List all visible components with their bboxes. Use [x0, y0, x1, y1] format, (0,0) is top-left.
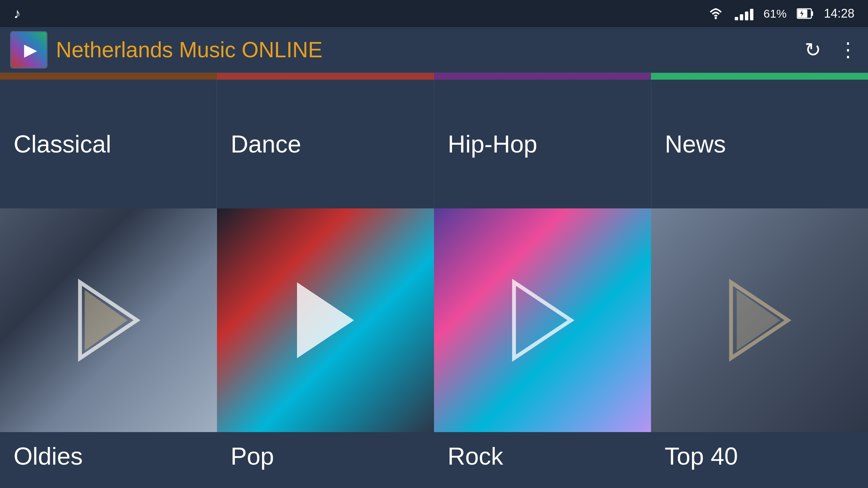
genre-tab-top40[interactable]: Top 40 — [651, 442, 868, 470]
svg-point-0 — [715, 17, 717, 19]
genre-tab-dance[interactable]: Dance — [217, 80, 434, 208]
app-logo-play-icon: ▶ — [24, 40, 37, 60]
genre-tab-oldies[interactable]: Oldies — [0, 442, 217, 470]
svg-rect-3 — [811, 11, 813, 16]
genre-tab-hiphop[interactable]: Hip-Hop — [434, 80, 651, 208]
status-right: 61% 14:28 — [707, 6, 854, 21]
genre-tab-rock[interactable]: Rock — [434, 442, 651, 470]
header-icons: ↻ ⋮ — [805, 38, 858, 61]
album-card-3[interactable] — [434, 208, 651, 432]
music-note-icon: ♪ — [14, 5, 21, 22]
status-bar: ♪ 61% 14:28 — [0, 0, 868, 27]
app-header: ▶ Netherlands Music ONLINE ↻ ⋮ — [0, 27, 868, 73]
genre-tab-news[interactable]: News — [651, 80, 868, 208]
svg-marker-6 — [297, 282, 354, 358]
battery-icon — [797, 7, 814, 20]
play-button-3[interactable] — [495, 273, 590, 368]
app-title: Netherlands Music ONLINE — [56, 37, 805, 62]
time-display: 14:28 — [824, 6, 854, 21]
svg-marker-7 — [514, 282, 571, 358]
wifi-icon — [707, 7, 725, 20]
genre-tabs-bottom: Oldies Pop Rock Top 40 — [0, 432, 868, 488]
play-button-1[interactable] — [61, 273, 156, 368]
album-card-4[interactable] — [651, 208, 868, 432]
play-button-2[interactable] — [278, 273, 373, 368]
overflow-menu-button[interactable]: ⋮ — [838, 38, 858, 61]
category-scroll-indicator — [0, 73, 868, 80]
signal-icon — [735, 7, 753, 20]
album-grid — [0, 208, 868, 432]
album-card-2[interactable] — [217, 208, 434, 432]
refresh-button[interactable]: ↻ — [805, 38, 821, 61]
genre-tabs-top: Classical Dance Hip-Hop News — [0, 80, 868, 208]
play-button-4[interactable] — [712, 273, 807, 368]
app-logo: ▶ — [10, 31, 47, 68]
album-card-1[interactable] — [0, 208, 217, 432]
genre-tab-pop[interactable]: Pop — [217, 442, 434, 470]
status-left: ♪ — [14, 5, 21, 22]
genre-tab-classical[interactable]: Classical — [0, 80, 217, 208]
battery-indicator: 61% — [764, 7, 787, 20]
